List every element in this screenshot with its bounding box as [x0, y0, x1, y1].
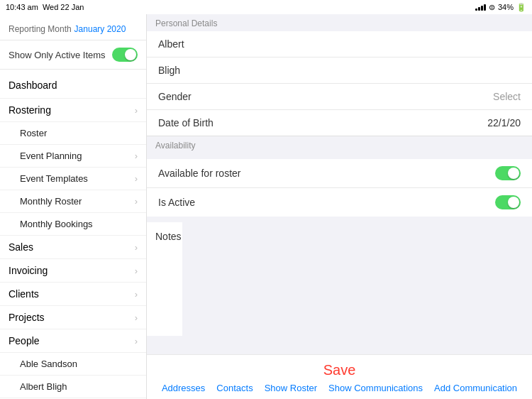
sidebar-item-people[interactable]: People ›: [0, 329, 146, 353]
sidebar-item-label: Sales: [9, 241, 33, 253]
sidebar-item-label: Able Sandson: [20, 359, 77, 369]
dob-label: Date of Birth: [158, 117, 487, 129]
notes-label: Notes: [147, 222, 182, 336]
chevron-right-icon: ›: [135, 312, 138, 323]
right-content: Personal Details Albert Bligh Gender Sel…: [147, 14, 532, 399]
personal-details-section: Albert Bligh Gender Select Date of Birth…: [147, 31, 532, 136]
sidebar-item-label: Albert Bligh: [20, 381, 67, 392]
chevron-right-icon: ›: [135, 266, 138, 276]
available-for-roster-row: Available for roster: [147, 159, 532, 188]
last-name-value: Bligh: [158, 65, 180, 76]
gender-label: Gender: [158, 91, 493, 102]
chevron-right-icon: ›: [135, 242, 138, 253]
dob-value: 22/1/20: [487, 117, 521, 129]
sidebar-item-monthly-bookings[interactable]: Monthly Bookings: [0, 213, 146, 236]
contacts-link[interactable]: Contacts: [216, 383, 253, 393]
sidebar-item-clients[interactable]: Clients ›: [0, 283, 146, 306]
add-communication-link[interactable]: Add Communication: [434, 383, 517, 393]
status-bar-right: ⊜ 34% 🔋: [475, 3, 526, 12]
chevron-right-icon: ›: [135, 336, 138, 346]
toggle-label: Show Only Active Items: [9, 50, 106, 60]
sidebar-item-label: People: [9, 335, 40, 346]
sidebar-item-invoicing[interactable]: Invoicing ›: [0, 259, 146, 283]
time: 10:43 am: [6, 3, 38, 11]
is-active-label: Is Active: [158, 197, 195, 208]
sidebar-item-label: Monthly Bookings: [20, 219, 93, 229]
sidebar-item-dashboard[interactable]: Dashboard: [0, 72, 146, 99]
sidebar-item-label: Roster: [20, 128, 47, 138]
reporting-month-label: Reporting Month: [9, 24, 72, 34]
sidebar-item-sales[interactable]: Sales ›: [0, 236, 146, 259]
battery-percentage: 34%: [498, 3, 514, 11]
reporting-month-value: January 2020: [74, 24, 126, 34]
chevron-right-icon: ›: [135, 105, 138, 116]
main-layout: Reporting Month January 2020 Show Only A…: [0, 14, 532, 399]
sidebar-item-projects[interactable]: Projects ›: [0, 306, 146, 329]
last-name-row[interactable]: Bligh: [147, 58, 532, 84]
personal-details-header: Personal Details: [147, 14, 532, 31]
status-bar-left: 10:43 am Wed 22 Jan: [6, 3, 84, 11]
notes-content[interactable]: [182, 222, 532, 336]
show-roster-link[interactable]: Show Roster: [265, 383, 317, 393]
availability-header: Availability: [147, 136, 532, 153]
chevron-right-icon: ›: [135, 196, 138, 207]
is-active-row: Is Active: [147, 188, 532, 217]
chevron-right-icon: ›: [135, 151, 138, 161]
show-communications-link[interactable]: Show Communications: [328, 383, 423, 393]
sidebar-header: Reporting Month January 2020: [0, 14, 146, 40]
sidebar-item-albert-bligh[interactable]: Albert Bligh: [0, 376, 146, 398]
sidebar: Reporting Month January 2020 Show Only A…: [0, 14, 147, 399]
sidebar-item-label: Invoicing: [9, 265, 48, 276]
first-name-value: Albert: [158, 38, 184, 50]
sidebar-item-label: Monthly Roster: [20, 196, 82, 207]
battery-icon: 🔋: [516, 3, 526, 12]
wifi-icon: ⊜: [489, 3, 495, 12]
save-button[interactable]: Save: [147, 362, 532, 378]
first-name-row[interactable]: Albert: [147, 31, 532, 58]
sidebar-item-label: Clients: [9, 288, 39, 300]
addresses-link[interactable]: Addresses: [162, 383, 205, 393]
sidebar-item-event-templates[interactable]: Event Templates ›: [0, 168, 146, 190]
active-items-toggle[interactable]: [112, 48, 138, 62]
toggle-row: Show Only Active Items: [0, 40, 146, 70]
available-for-roster-toggle[interactable]: [495, 166, 521, 180]
chevron-right-icon: ›: [135, 289, 138, 300]
action-links: Addresses Contacts Show Roster Show Comm…: [147, 383, 532, 393]
sidebar-item-label: Event Planning: [20, 151, 82, 161]
sidebar-item-able-sandson[interactable]: Able Sandson: [0, 353, 146, 376]
chevron-right-icon: ›: [135, 173, 138, 184]
scrollable-content: Personal Details Albert Bligh Gender Sel…: [147, 14, 532, 354]
sidebar-item-rostering[interactable]: Rostering ›: [0, 99, 146, 122]
sidebar-item-roster[interactable]: Roster: [0, 122, 146, 145]
availability-section: Available for roster Is Active: [147, 159, 532, 217]
gender-value: Select: [493, 91, 521, 102]
notes-area: Notes: [147, 222, 532, 336]
dob-row[interactable]: Date of Birth 22/1/20: [147, 110, 532, 136]
sidebar-item-monthly-roster[interactable]: Monthly Roster ›: [0, 190, 146, 213]
gender-row[interactable]: Gender Select: [147, 84, 532, 110]
sidebar-item-event-planning[interactable]: Event Planning ›: [0, 145, 146, 168]
is-active-toggle[interactable]: [495, 195, 521, 209]
status-bar: 10:43 am Wed 22 Jan ⊜ 34% 🔋: [0, 0, 532, 14]
date: Wed 22 Jan: [43, 3, 84, 11]
sidebar-item-label: Rostering: [9, 104, 51, 116]
sidebar-item-label: Dashboard: [9, 80, 57, 91]
signal-icon: [475, 4, 486, 11]
available-for-roster-label: Available for roster: [158, 168, 240, 179]
sidebar-item-label: Event Templates: [20, 173, 88, 184]
nav-section: Dashboard Rostering › Roster Event Plann…: [0, 70, 146, 399]
bottom-actions: Save Addresses Contacts Show Roster Show…: [147, 354, 532, 399]
sidebar-item-label: Projects: [9, 312, 45, 323]
